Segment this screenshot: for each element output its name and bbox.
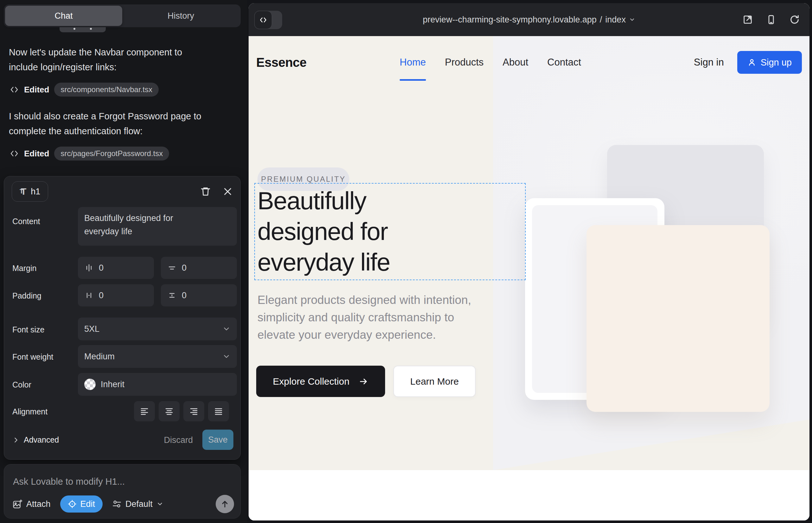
alignment-label: Alignment — [12, 407, 48, 416]
site-navbar: Essence Home Products About Contact Sign… — [249, 36, 810, 89]
site-logo[interactable]: Essence — [256, 36, 306, 89]
preview-page: index — [605, 15, 626, 25]
nav-link-contact[interactable]: Contact — [547, 57, 581, 68]
save-button[interactable]: Save — [202, 430, 233, 450]
composer-input[interactable]: Ask Lovable to modify H1... — [13, 476, 125, 487]
edit-mode-button[interactable]: Edit — [60, 495, 103, 512]
smartphone-icon — [766, 14, 777, 25]
margin-label: Margin — [12, 264, 36, 273]
chat-composer: Ask Lovable to modify H1... Attach Edit — [4, 464, 241, 519]
scrolled-chip-partial — [59, 27, 106, 32]
refresh-icon — [789, 14, 800, 25]
content-label: Content — [12, 217, 40, 226]
chat-sidebar: Chat History Now let's update the Navbar… — [0, 0, 247, 523]
type-icon: TT — [20, 186, 26, 197]
nav-links: Home Products About Contact — [400, 36, 581, 89]
content-input[interactable]: Beautifully designed for everyday life — [78, 207, 237, 246]
advanced-toggle[interactable]: Advanced — [12, 435, 59, 445]
chevron-down-icon — [222, 325, 231, 333]
tab-history[interactable]: History — [122, 6, 240, 26]
sign-up-button[interactable]: Sign up — [737, 51, 802, 74]
code-icon — [10, 85, 19, 94]
padding-label: Padding — [12, 291, 41, 301]
tag-name: h1 — [31, 187, 40, 197]
align-right-icon — [189, 407, 198, 416]
preview-toolbar: preview--charming-site-symphony.lovable.… — [249, 3, 810, 36]
code-icon — [10, 149, 19, 158]
learn-more-button[interactable]: Learn More — [393, 366, 476, 397]
align-left-button[interactable] — [134, 401, 155, 421]
file-chip[interactable]: src/components/Navbar.tsx — [54, 83, 158, 96]
mobile-view-button[interactable] — [766, 14, 777, 25]
close-panel-button[interactable] — [220, 184, 235, 199]
decor-card-cream — [586, 225, 770, 412]
edited-file-row: Edited src/components/Navbar.tsx — [10, 82, 159, 97]
align-center-button[interactable] — [159, 401, 180, 421]
align-center-icon — [165, 407, 174, 416]
margin-x-input[interactable]: 0 — [78, 257, 154, 279]
padding-horizontal-icon — [84, 291, 94, 300]
color-select[interactable]: Inherit — [78, 373, 237, 396]
edited-label: Edited — [24, 85, 49, 95]
url-separator: / — [600, 15, 602, 25]
align-justify-button[interactable] — [208, 401, 229, 421]
external-link-icon — [742, 14, 753, 25]
assistant-message: Now let's update the Navbar component to… — [9, 45, 231, 75]
font-weight-select[interactable]: Medium — [78, 345, 237, 368]
chevron-down-icon — [156, 501, 163, 507]
settings-sliders-icon — [112, 499, 122, 509]
chevron-down-icon — [222, 353, 231, 361]
arrow-right-icon — [359, 377, 368, 386]
crosshair-icon — [68, 500, 77, 508]
align-justify-icon — [214, 407, 223, 416]
transparent-color-swatch — [84, 379, 96, 390]
lovable-app: Chat History Now let's update the Navbar… — [0, 0, 812, 523]
explore-collection-button[interactable]: Explore Collection — [256, 366, 385, 397]
preview-url[interactable]: preview--charming-site-symphony.lovable.… — [249, 3, 810, 36]
trash-icon — [200, 186, 211, 197]
file-chip[interactable]: src/pages/ForgotPassword.tsx — [54, 147, 169, 161]
margin-y-input[interactable]: 0 — [161, 257, 237, 279]
close-icon — [223, 186, 233, 197]
site-viewport: Essence Home Products About Contact Sign… — [249, 36, 810, 521]
mode-select[interactable]: Default — [112, 499, 163, 509]
margin-horizontal-icon — [84, 263, 94, 273]
site-preview-pane: preview--charming-site-symphony.lovable.… — [249, 3, 810, 521]
padding-vertical-icon — [167, 291, 177, 300]
font-size-select[interactable]: 5XL — [78, 318, 237, 340]
font-weight-label: Font weight — [12, 353, 53, 362]
delete-element-button[interactable] — [198, 184, 213, 199]
nav-link-about[interactable]: About — [502, 57, 528, 68]
edited-file-row: Edited src/pages/ForgotPassword.tsx — [10, 146, 169, 161]
align-left-icon — [140, 407, 149, 416]
tab-chat[interactable]: Chat — [5, 6, 122, 26]
arrow-up-icon — [220, 500, 229, 508]
edited-label: Edited — [24, 149, 49, 159]
nav-link-home[interactable]: Home — [400, 57, 426, 68]
chevron-down-icon — [629, 16, 635, 23]
hero-description: Elegant products designed with intention… — [258, 291, 471, 343]
align-right-button[interactable] — [183, 401, 204, 421]
padding-x-input[interactable]: 0 — [78, 284, 154, 306]
alignment-group — [134, 401, 229, 421]
attach-image-icon — [12, 499, 22, 509]
color-label: Color — [12, 380, 31, 390]
margin-vertical-icon — [167, 263, 177, 273]
user-icon — [747, 58, 756, 67]
padding-y-input[interactable]: 0 — [161, 284, 237, 306]
open-external-button[interactable] — [742, 14, 753, 25]
hero-section: Essence Home Products About Contact Sign… — [249, 36, 810, 470]
selected-element-tag: TT h1 — [12, 181, 48, 202]
hero-heading[interactable]: Beautifully designed for everyday life — [258, 185, 390, 278]
assistant-message: I should also create a Forgot Password p… — [9, 109, 231, 139]
sign-in-link[interactable]: Sign in — [694, 57, 724, 68]
discard-button[interactable]: Discard — [164, 435, 193, 445]
send-button[interactable] — [216, 495, 234, 513]
sidebar-tabbar: Chat History — [4, 4, 241, 27]
preview-domain: preview--charming-site-symphony.lovable.… — [423, 15, 597, 25]
element-editor-panel: TT h1 Content Beautifully designed for e… — [4, 176, 241, 460]
refresh-button[interactable] — [789, 14, 800, 25]
nav-link-products[interactable]: Products — [445, 57, 483, 68]
font-size-label: Font size — [12, 325, 44, 334]
attach-button[interactable]: Attach — [12, 499, 51, 509]
